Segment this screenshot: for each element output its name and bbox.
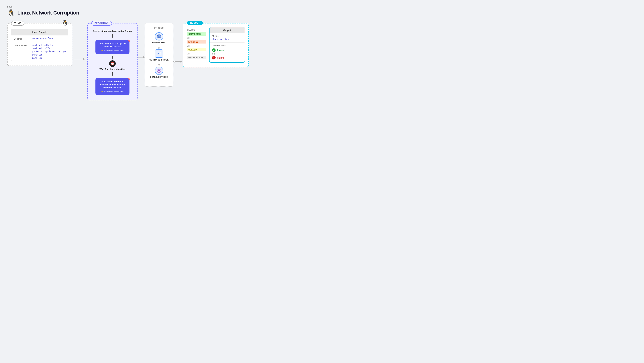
svg-rect-4 <box>157 52 161 55</box>
clock-icon: ⏰ <box>109 60 116 67</box>
output-header: Output <box>210 28 245 33</box>
probe-results-row: Probe Results ✓ Passed OR ✕ Failed <box>210 42 245 62</box>
page-label: Fault <box>7 5 637 8</box>
row-value-duration: duration <box>32 54 66 56</box>
metrics-label: Metrics <box>212 35 242 38</box>
exec-box-inject: Inject chaos to corrupt the network pack… <box>96 40 130 54</box>
http-probe-label: HTTP PROBE <box>152 42 166 44</box>
exec-to-probes-arrow <box>138 57 145 58</box>
arrow-down-1 <box>112 34 113 38</box>
tune-linux-icon: 🐧 <box>62 20 68 26</box>
status-or-2: OR <box>186 45 206 47</box>
execution-section: EXECUTION Derive Linux machine under Cha… <box>88 23 138 100</box>
row-value-packetcorruption: packetCorruptionPercentage <box>32 50 66 53</box>
probes-section: PROBES HTTP PROBE OR COMM <box>145 23 173 86</box>
execution-badge: EXECUTION <box>91 21 112 26</box>
exec-flow: Derive Linux machine under Chaos Inject … <box>92 30 133 95</box>
linux-icon: 🐧 <box>7 9 15 17</box>
status-label: STATUS <box>186 29 206 31</box>
exec-wait-section: ⏰ Wait for chaos duration <box>100 56 125 70</box>
row-label-chaos: Chaos details <box>14 44 30 47</box>
exec-box-stop: Stop chaos to restore network connectivi… <box>96 78 130 95</box>
result-badge: RESULT <box>187 21 203 25</box>
probe-command: COMMAND PROBE <box>148 50 170 61</box>
result-inner: STATUS COMPLETED OR ERRORED OR QUEUED OR… <box>186 27 245 63</box>
probes-to-result-arrow <box>173 61 182 62</box>
status-or-3: OR <box>186 53 206 55</box>
status-badges: COMPLETED OR ERRORED OR QUEUED OR INCOMP… <box>186 32 206 59</box>
arrow-down-2 <box>112 56 113 59</box>
result-status-column: STATUS COMPLETED OR ERRORED OR QUEUED OR… <box>186 27 206 63</box>
check-icon: ✓ <box>212 48 216 52</box>
probe-result-passed: ✓ Passed <box>212 48 242 52</box>
exec-box-corner-1 <box>127 40 130 42</box>
user-inputs-header: User Inputs <box>11 29 68 35</box>
row-label-common: Common <box>14 37 30 40</box>
row-values-chaos: destinationHosts destinationIPs packetCo… <box>32 44 66 59</box>
lock-icon-2: 🔒 <box>101 90 103 93</box>
wait-label: Wait for chaos duration <box>100 68 125 70</box>
badge-queued: QUEUED <box>186 48 206 52</box>
x-icon: ✕ <box>212 56 216 60</box>
exec-box-stop-subtitle: 🔒 Privilege access required <box>98 90 126 93</box>
badge-completed: COMPLETED <box>186 32 206 36</box>
passed-label: Passed <box>217 49 225 52</box>
badge-incompleted: INCOMPLETED <box>186 56 206 59</box>
probes-label: PROBES <box>148 27 170 29</box>
row-value-destinationips: destinationIPs <box>32 47 66 50</box>
probe-results-label: Probe Results <box>212 44 242 47</box>
exec-box-inject-text: Inject chaos to corrupt the network pack… <box>99 42 126 48</box>
exec-box-inject-subtitle: 🔒 Privilege access required <box>98 49 126 52</box>
output-metrics-row: Metrics chaos metrics <box>210 33 245 42</box>
tune-badge: TUNE <box>11 21 24 26</box>
row-value-networkinterface: networkInterface <box>32 37 53 40</box>
row-values-common: networkInterface <box>32 37 53 40</box>
result-or-label: OR <box>212 53 242 55</box>
probe-or-1: OR <box>148 47 170 49</box>
output-box: Output Metrics chaos metrics Probe Resul… <box>209 27 245 63</box>
metrics-value: chaos metrics <box>212 38 242 41</box>
probe-srm: SRM SLO PROBE <box>148 66 170 78</box>
result-section: RESULT STATUS COMPLETED OR ERRORED OR QU… <box>183 23 248 67</box>
svg-point-7 <box>158 70 160 72</box>
lock-icon: 🔒 <box>101 49 103 52</box>
exec-step-derive: Derive Linux machine under Chaos <box>93 30 132 33</box>
tune-section: TUNE 🐧 User Inputs Common networkInterfa… <box>7 23 72 66</box>
probe-or-2: OR <box>148 64 170 66</box>
srm-probe-icon <box>155 66 163 75</box>
probe-http: HTTP PROBE <box>148 32 170 44</box>
exec-box-corner-2 <box>127 78 130 80</box>
table-row-chaos: Chaos details destinationHosts destinati… <box>11 42 68 61</box>
row-value-destinationhosts: destinationHosts <box>32 44 66 46</box>
user-inputs-table: User Inputs Common networkInterface Chao… <box>11 29 68 61</box>
table-row-common: Common networkInterface <box>11 35 68 42</box>
srm-probe-label: SRM SLO PROBE <box>150 76 168 78</box>
row-value-ramptime: rampTime <box>32 57 66 59</box>
exec-box-stop-text: Stop chaos to restore network connectivi… <box>100 80 125 89</box>
command-probe-label: COMMAND PROBE <box>149 59 168 61</box>
status-or-1: OR <box>186 37 206 39</box>
failed-label: Failed <box>217 56 224 59</box>
tune-to-exec-arrow <box>72 59 86 59</box>
http-probe-icon <box>155 32 163 40</box>
page-title: Linux Network Corruption <box>17 10 79 16</box>
probe-result-failed: ✕ Failed <box>212 56 242 60</box>
arrow-down-3 <box>112 72 113 76</box>
command-probe-icon <box>155 50 163 58</box>
badge-errored: ERRORED <box>186 40 206 44</box>
